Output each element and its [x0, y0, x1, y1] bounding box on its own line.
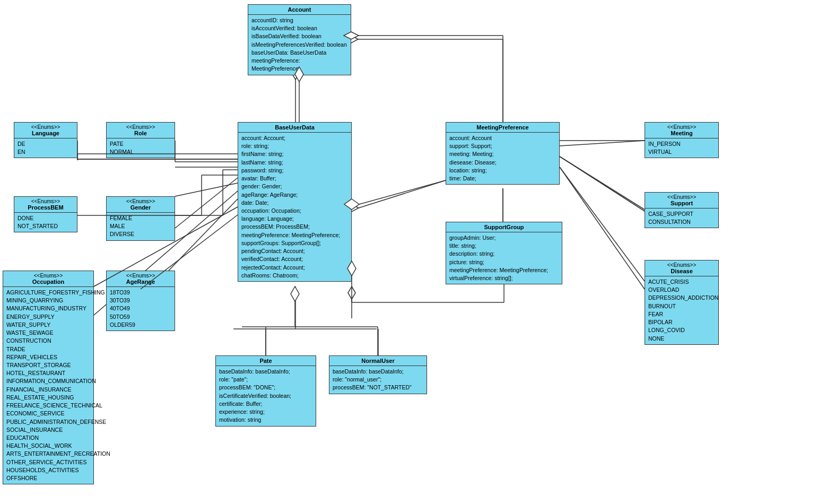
box-account-body: accountID: string isAccountVerified: boo… [248, 15, 351, 75]
stereotype-disease: <<Enums>> [648, 262, 716, 268]
box-enum-support-title: <<Enums>> Support [645, 193, 718, 208]
box-enum-role-body: PATENORMAL [107, 138, 175, 158]
box-enum-meeting-title: <<Enums>> Meeting [645, 123, 718, 138]
box-meetingpreference-body: account: Account support: Support; meeti… [446, 133, 559, 184]
svg-line-25 [560, 167, 645, 281]
box-enum-support: <<Enums>> Support CASE_SUPPORTCONSULTATI… [645, 192, 719, 228]
svg-line-45 [359, 180, 446, 204]
box-enum-gender-body: FEMALEMALEDIVERSE [107, 213, 175, 240]
box-enum-agerange-title: <<Enums>> AgeRange [107, 271, 175, 287]
box-supportgroup-body: groupAdmin: User; title: string; descrip… [446, 232, 562, 284]
box-enum-occupation-body: AGRICULTURE_FORESTRY_FISHING MINING_QUAR… [3, 287, 93, 484]
svg-marker-46 [291, 286, 299, 301]
box-enum-meeting: <<Enums>> Meeting IN_PERSONVIRTUAL [645, 122, 719, 158]
box-enum-occupation-title: <<Enums>> Occupation [3, 271, 93, 287]
box-enum-disease-body: ACUTE_CRISIS OVERLOAD DEPRESSION_ADDICTI… [645, 276, 718, 344]
box-enum-disease: <<Enums>> Disease ACUTE_CRISIS OVERLOAD … [645, 260, 719, 345]
box-pate-title: Pate [216, 356, 316, 366]
stereotype-occupation: <<Enums>> [6, 273, 91, 279]
svg-line-52 [560, 157, 645, 211]
box-enum-disease-title: <<Enums>> Disease [645, 260, 718, 276]
stereotype-agerange: <<Enums>> [109, 273, 172, 279]
box-enum-language-body: DEEN [14, 138, 77, 158]
svg-line-11 [175, 183, 238, 196]
box-enum-processbem-body: DONENOT_STARTED [14, 213, 77, 232]
diagram-container: Account accountID: string isAccountVerif… [0, 0, 835, 504]
box-enum-support-body: CASE_SUPPORTCONSULTATION [645, 208, 718, 228]
box-baseuserdata-body: account: Account; role: string; firstNam… [238, 133, 351, 281]
box-enum-language-title: <<Enums>> Language [14, 123, 77, 138]
svg-line-41 [175, 178, 238, 228]
box-account: Account accountID: string isAccountVerif… [248, 4, 351, 75]
stereotype-support: <<Enums>> [648, 194, 716, 200]
box-enum-language: <<Enums>> Language DEEN [14, 122, 77, 158]
svg-marker-17 [348, 286, 355, 299]
box-pate: Pate baseDataInfo: baseDataInfo; role: "… [215, 355, 316, 427]
box-normaluser-body: baseDataInfo: baseDataInfo; role: "norma… [329, 366, 427, 394]
box-meetingpreference: MeetingPreference account: Account suppo… [446, 122, 560, 185]
box-normaluser-title: NormalUser [329, 356, 427, 366]
box-pate-body: baseDataInfo: baseDataInfo; role: "pate"… [216, 366, 316, 426]
svg-line-24 [560, 157, 645, 210]
stereotype-language: <<Enums>> [17, 124, 74, 130]
box-enum-gender-title: <<Enums>> Gender [107, 197, 175, 213]
stereotype-processbem: <<Enums>> [17, 198, 74, 204]
box-account-title: Account [248, 5, 351, 15]
svg-line-23 [560, 141, 645, 146]
svg-line-15 [359, 180, 446, 208]
box-enum-occupation: <<Enums>> Occupation AGRICULTURE_FORESTR… [3, 271, 94, 484]
box-supportgroup-title: SupportGroup [446, 222, 562, 232]
box-enum-processbem-title: <<Enums>> ProcessBEM [14, 197, 77, 213]
box-enum-role: <<Enums>> Role PATENORMAL [106, 122, 175, 158]
box-enum-agerange-body: 18TO3930TO3940TO4950TO59OLDER59 [107, 287, 175, 331]
box-enum-gender: <<Enums>> Gender FEMALEMALEDIVERSE [106, 196, 175, 241]
stereotype-role: <<Enums>> [109, 124, 172, 130]
connector-lines-overlay [0, 0, 835, 504]
box-enum-agerange: <<Enums>> AgeRange 18TO3930TO3940TO4950T… [106, 271, 175, 331]
box-baseuserdata-title: BaseUserData [238, 123, 351, 133]
box-baseuserdata: BaseUserData account: Account; role: str… [238, 122, 352, 282]
stereotype-meeting: <<Enums>> [648, 124, 716, 130]
box-normaluser: NormalUser baseDataInfo: baseDataInfo; r… [329, 355, 427, 394]
box-enum-processbem: <<Enums>> ProcessBEM DONENOT_STARTED [14, 196, 77, 232]
box-enum-role-title: <<Enums>> Role [107, 123, 175, 138]
box-meetingpreference-title: MeetingPreference [446, 123, 559, 133]
box-supportgroup: SupportGroup groupAdmin: User; title: st… [446, 222, 562, 284]
box-enum-meeting-body: IN_PERSONVIRTUAL [645, 138, 718, 158]
connector-lines [0, 0, 835, 504]
svg-line-53 [560, 167, 645, 289]
stereotype-gender: <<Enums>> [109, 198, 172, 204]
